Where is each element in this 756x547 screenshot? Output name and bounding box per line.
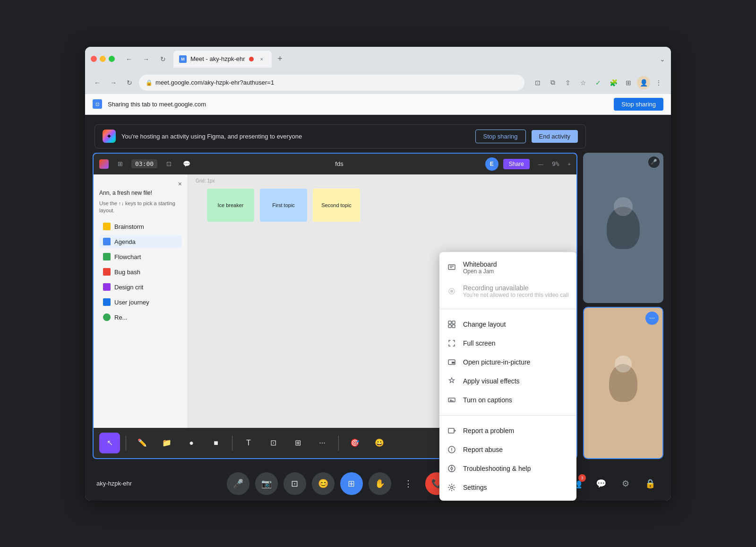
tool-grid-button[interactable]: ⊞ bbox=[287, 433, 308, 453]
close-button-traffic[interactable] bbox=[91, 56, 97, 62]
url-text: meet.google.com/aky-hzpk-ehr?authuser=1 bbox=[155, 79, 274, 86]
tool-pencil-button[interactable]: ✏️ bbox=[132, 433, 153, 453]
tool-select-button[interactable]: ↖ bbox=[99, 433, 120, 453]
menu-section-layout: Change layout Full screen Open picture-i… bbox=[439, 311, 576, 413]
pip-icon[interactable]: ⧉ bbox=[546, 76, 559, 89]
menu-item-fullscreen[interactable]: Full screen bbox=[439, 334, 576, 353]
menu-item-change-layout[interactable]: Change layout bbox=[439, 315, 576, 334]
forward-button[interactable]: → bbox=[139, 52, 153, 66]
bookmark-icon[interactable]: ☆ bbox=[576, 76, 590, 89]
tool-frame-button[interactable]: ⊡ bbox=[263, 433, 284, 453]
figma-grid-button[interactable]: ⊞ bbox=[113, 157, 127, 171]
fullscreen-label: Full screen bbox=[463, 339, 569, 347]
address-back-button[interactable]: ← bbox=[91, 76, 104, 89]
profile-avatar[interactable]: 👤 bbox=[637, 76, 650, 89]
activity-button[interactable]: ⊞ bbox=[340, 472, 363, 495]
camera-button[interactable]: 📷 bbox=[255, 472, 278, 495]
menu-section-help: Report a problem Report abuse Troublesho… bbox=[439, 417, 576, 501]
tab-favicon: M bbox=[179, 55, 187, 63]
new-tab-button[interactable]: + bbox=[274, 52, 287, 66]
window-maximize-icon[interactable]: ⌄ bbox=[660, 55, 665, 63]
emoji-reaction-button[interactable]: 😊 bbox=[312, 472, 335, 495]
tool-emoji-button[interactable]: 😀 bbox=[369, 433, 390, 453]
tab-bar: M Meet - aky-hzpk-ehr × + bbox=[173, 51, 656, 68]
tool-more-button[interactable]: ··· bbox=[312, 433, 333, 453]
sidebar-close-button[interactable]: × bbox=[178, 180, 182, 188]
refresh-button[interactable]: ↻ bbox=[156, 52, 170, 66]
tool-sticker-button[interactable]: 🎯 bbox=[344, 433, 365, 453]
cast-icon[interactable]: ⊡ bbox=[531, 76, 544, 89]
sidebar-item-userjourney[interactable]: User journey bbox=[99, 295, 182, 309]
sidebar-item-agenda[interactable]: Agenda bbox=[99, 235, 182, 248]
more-options-button[interactable]: ⋮ bbox=[397, 472, 420, 495]
present-button[interactable]: ⊡ bbox=[284, 472, 306, 495]
tool-shapes-button[interactable]: 📁 bbox=[156, 433, 177, 453]
tool-square-button[interactable]: ■ bbox=[206, 433, 226, 453]
svg-rect-10 bbox=[452, 362, 455, 364]
person-shape-1 bbox=[607, 207, 640, 249]
address-refresh-button[interactable]: ↻ bbox=[123, 76, 136, 89]
sidebar-item-brainstorm[interactable]: Brainstorm bbox=[99, 220, 182, 233]
controls-center: 🎤 📷 ⊡ 😊 ⊞ ✋ ⋮ 📞 bbox=[227, 472, 448, 495]
menu-item-whiteboard[interactable]: Whiteboard Open a Jam bbox=[439, 256, 576, 279]
figma-view-button[interactable]: ⊡ bbox=[162, 157, 175, 171]
svg-point-4 bbox=[450, 290, 453, 293]
minimize-button-traffic[interactable] bbox=[100, 56, 106, 62]
stop-sharing-meet-button[interactable]: Stop sharing bbox=[475, 130, 526, 143]
end-activity-button[interactable]: End activity bbox=[532, 130, 578, 143]
svg-rect-5 bbox=[448, 321, 451, 324]
menu-item-report-abuse[interactable]: Report abuse bbox=[439, 440, 576, 459]
host-controls-button[interactable]: 🔒 bbox=[641, 474, 660, 493]
chrome-menu-icon[interactable]: ⋮ bbox=[652, 76, 665, 89]
figma-share-button[interactable]: Share bbox=[503, 159, 530, 169]
sidebar-hint: Use the ↑↓ keys to pick a starting layou… bbox=[99, 200, 182, 215]
sidebar-item-re[interactable]: Re... bbox=[99, 311, 182, 324]
address-forward-button[interactable]: → bbox=[107, 76, 120, 89]
figma-zoom-level: 9% bbox=[548, 159, 563, 168]
raise-hand-button[interactable]: ✋ bbox=[369, 472, 391, 495]
tab-close-button[interactable]: × bbox=[258, 55, 266, 63]
extensions-icon[interactable]: ⊞ bbox=[622, 76, 635, 89]
menu-item-troubleshooting[interactable]: Troubleshooting & help bbox=[439, 459, 576, 478]
head-shape-1 bbox=[614, 197, 633, 216]
menu-item-visual-effects[interactable]: Apply visual effects bbox=[439, 372, 576, 391]
stop-sharing-chrome-button[interactable]: Stop sharing bbox=[614, 98, 663, 111]
captions-label: Turn on captions bbox=[463, 396, 569, 404]
menu-item-settings[interactable]: Settings bbox=[439, 478, 576, 497]
address-input[interactable]: 🔒 meet.google.com/aky-hzpk-ehr?authuser=… bbox=[139, 75, 524, 91]
video-options-button[interactable]: ⋯ bbox=[645, 312, 659, 325]
brainstorm-icon bbox=[103, 223, 111, 230]
pip-menu-icon bbox=[447, 357, 456, 367]
chat-button[interactable]: 💬 bbox=[592, 474, 610, 493]
chrome-extension-2[interactable]: 🧩 bbox=[607, 76, 620, 89]
tool-text-button[interactable]: T bbox=[238, 433, 259, 453]
figma-icon: ✦ bbox=[103, 130, 116, 143]
microphone-button[interactable]: 🎤 bbox=[227, 472, 249, 495]
tool-circle-button[interactable]: ● bbox=[181, 433, 202, 453]
active-tab[interactable]: M Meet - aky-hzpk-ehr × bbox=[173, 51, 272, 68]
sidebar-item-flowchart[interactable]: Flowchart bbox=[99, 250, 182, 263]
participant-video-1: 🎤 bbox=[583, 153, 663, 303]
activities-panel-button[interactable]: ⚙ bbox=[616, 474, 635, 493]
chrome-extension-1[interactable]: ✓ bbox=[592, 76, 605, 89]
menu-item-pip[interactable]: Open picture-in-picture bbox=[439, 353, 576, 372]
menu-item-captions[interactable]: Turn on captions bbox=[439, 391, 576, 409]
sticky-icebreaker: Ice breaker bbox=[207, 189, 254, 222]
menu-divider-2 bbox=[439, 415, 576, 416]
sticky-firsttopic: First topic bbox=[260, 189, 307, 222]
sticky-secondtopic: Second topic bbox=[313, 189, 360, 222]
sidebar-item-designcrit[interactable]: Design crit bbox=[99, 280, 182, 294]
tool-separator-3 bbox=[338, 435, 339, 451]
menu-item-report-problem[interactable]: Report a problem bbox=[439, 421, 576, 440]
report-problem-label: Report a problem bbox=[463, 427, 569, 434]
figma-chat-button[interactable]: 💬 bbox=[180, 157, 193, 171]
back-button[interactable]: ← bbox=[122, 52, 136, 66]
sidebar-item-bugbash[interactable]: Bug bash bbox=[99, 265, 182, 278]
bugbash-icon bbox=[103, 268, 111, 276]
maximize-button-traffic[interactable] bbox=[109, 56, 115, 62]
flowchart-icon bbox=[103, 253, 111, 260]
menu-item-recording: Recording unavailable You're not allowed… bbox=[439, 279, 576, 303]
share-page-icon[interactable]: ⇧ bbox=[561, 76, 575, 89]
tab-title: Meet - aky-hzpk-ehr bbox=[190, 55, 245, 62]
settings-icon bbox=[447, 483, 456, 492]
